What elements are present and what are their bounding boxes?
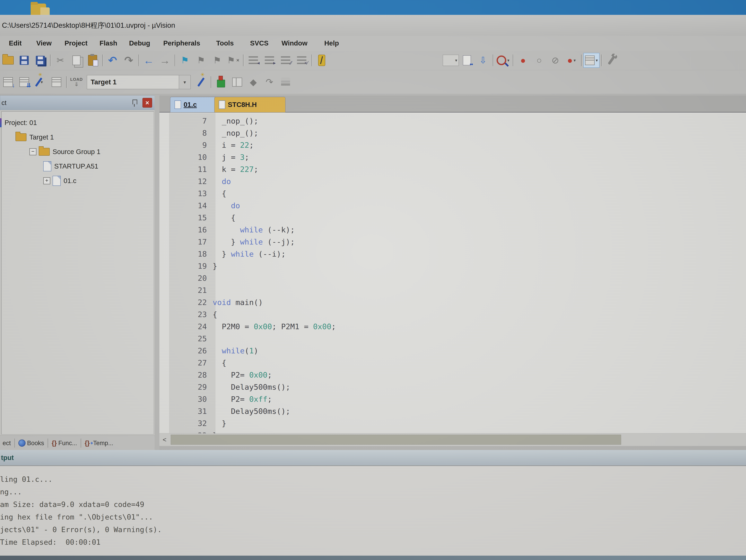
desktop-folder-icon[interactable] [31,2,52,16]
nav-back-icon[interactable]: ← [141,53,157,68]
breakpoint-kill-icon[interactable]: ⊘ [547,53,563,68]
monitor-bezel-edge [0,556,746,560]
paste-icon[interactable] [85,53,101,68]
glyph: ⊘ [552,56,559,65]
code-editor[interactable]: 7 _nop_();8 _nop_();9 i = 22;10 j = 3;11… [160,113,746,434]
document-tab-stc8h-h[interactable]: STC8H.H [214,97,286,112]
target-selector-value: Target 1 [87,78,179,86]
debug-session-icon[interactable] [213,75,229,90]
options-wand-icon[interactable] [193,75,209,90]
view-tab-temp-[interactable]: {}+Temp... [82,437,116,449]
configure-icon[interactable] [603,53,620,68]
scroll-left-arrow-icon[interactable]: < [160,434,170,445]
file-icon [43,161,51,171]
menu-item-peripherals[interactable]: Peripherals [163,36,200,51]
tree-item-01-c[interactable]: +01.c [43,174,76,188]
books-gray-icon[interactable] [278,75,294,90]
target-selector-dropdown-icon[interactable]: ▾ [179,75,190,89]
batch-build-icon[interactable] [49,75,64,90]
glyph [232,78,242,87]
copy-icon[interactable] [68,53,85,68]
rebuild-icon[interactable]: ▾ [32,75,49,90]
uncomment-icon[interactable]: ×∕ [294,53,310,68]
view-tab-books[interactable]: Books [16,437,47,449]
project-panel-title: ct [0,99,131,107]
comment-icon[interactable]: ∕∕ [278,53,294,68]
project-panel-header[interactable]: ct × [0,95,155,110]
panel-splitter[interactable] [154,95,160,436]
build-icon[interactable]: ⇊ [16,75,32,90]
output-panel-header[interactable]: tput [0,450,746,466]
close-icon[interactable]: × [142,98,152,108]
bookmark-prev-icon[interactable]: ⚑ [193,53,209,68]
indent-more-icon[interactable]: ▸ [261,53,278,68]
view-tab-func-[interactable]: {}Func... [49,437,80,449]
breakpoint-icon[interactable]: ● [515,53,531,68]
redo-icon[interactable]: ↷ [121,53,137,68]
find-incremental-icon[interactable]: ⇩ [475,53,491,68]
menu-item-tools[interactable]: Tools [216,36,234,51]
download-icon[interactable]: LOAD⇓ [68,75,85,90]
horizontal-scrollbar[interactable]: < [160,433,746,446]
find-bookmark-icon[interactable]: ▾ [495,53,511,68]
find-combo-icon[interactable]: ▾ [443,53,459,68]
line-number: 33 [160,429,212,434]
tree-item-startup-a51[interactable]: STARTUP.A51 [43,159,98,174]
tree-item-target-1[interactable]: Target 1 [16,130,54,145]
glyph: ⇓ [74,81,79,87]
project-tree[interactable]: Project: 01Target 1−Source Group 1STARTU… [1,111,154,435]
code-line: 14 do [160,200,746,212]
view-tab-ect[interactable]: ect [0,437,13,449]
find-in-files-icon[interactable]: ●● [459,53,475,68]
undo-icon[interactable]: ↶ [105,53,121,68]
glyph: ●● [469,62,472,66]
bookmark-clear-icon[interactable]: ⚑✕ [225,53,241,68]
build-output[interactable]: ling 01.c...ng...am Size: data=9.0 xdata… [0,466,746,560]
code-token: ( [245,346,249,355]
output-line: ng... [0,485,746,498]
tree-item-project-01[interactable]: Project: 01 [0,116,37,130]
code-line: 8 _nop_(); [160,127,746,139]
menu-item-view[interactable]: View [36,36,52,51]
nav-forward-icon[interactable]: → [157,53,173,68]
breakpoint-enable-all-icon[interactable]: ●▾ [563,53,579,68]
scrollbar-thumb[interactable] [171,435,621,445]
menu-item-edit[interactable]: Edit [9,36,22,51]
breakpoint-disable-icon[interactable]: ○ [531,53,547,68]
glyph: ⚑ [197,56,205,65]
menu-item-window[interactable]: Window [282,36,308,51]
glyph: ○ [537,56,542,65]
line-number: 25 [160,332,212,345]
glyph: ✂ [57,56,64,65]
document-tab-01-c[interactable]: 01.c [170,97,221,112]
bookmark-icon[interactable]: ⚑ [177,53,193,68]
menu-item-help[interactable]: Help [324,36,339,51]
indent-less-icon[interactable]: ◂ [245,53,261,68]
collapse-icon[interactable]: − [29,148,36,155]
window-title: C:\Users\25714\Desktop\8H程序\01\01.uvproj… [2,15,175,36]
code-token: 22 [240,141,249,149]
toolbar-separator [66,76,67,88]
diamond-icon[interactable]: ◆ [245,75,261,90]
save-all-icon[interactable] [32,53,49,68]
menu-item-debug[interactable]: Debug [129,36,150,51]
cut-icon[interactable]: ✂ [52,53,68,68]
title-bar[interactable]: C:\Users\25714\Desktop\8H程序\01\01.uvproj… [0,15,746,36]
bookmark-next-icon[interactable]: ⚑ [209,53,225,68]
window-split-icon[interactable] [229,75,245,90]
menu-item-svcs[interactable]: SVCS [250,36,268,51]
tree-item-source-group-1[interactable]: −Source Group 1 [29,145,101,159]
save-icon[interactable] [16,53,32,68]
pin-icon[interactable] [131,98,138,107]
open-icon[interactable] [0,53,16,68]
highlight-marker-icon[interactable] [314,53,330,68]
tree-item-label: Source Group 1 [53,148,101,156]
menu-item-project[interactable]: Project [64,36,87,51]
menu-item-flash[interactable]: Flash [99,36,117,51]
translate-icon[interactable]: ↓ [0,75,16,90]
glyph [585,56,595,65]
expand-icon[interactable]: + [43,177,50,184]
target-selector[interactable]: Target 1▾ [87,75,191,89]
window-layout-icon[interactable]: ▾ [583,53,600,68]
step-gray-icon[interactable]: ↷ [261,75,278,90]
